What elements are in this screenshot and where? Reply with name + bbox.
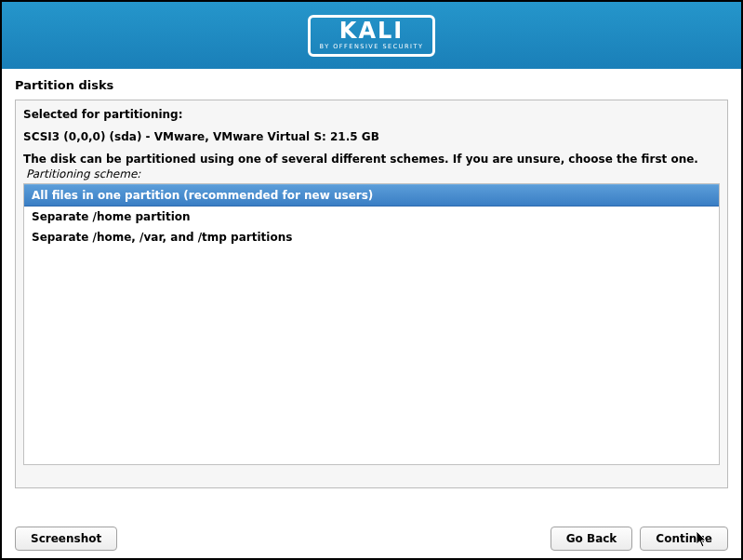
content-panel: Selected for partitioning: SCSI3 (0,0,0)… — [15, 100, 728, 488]
intro-label: Selected for partitioning: — [23, 108, 720, 121]
scheme-label: Partitioning scheme: — [26, 167, 720, 180]
header-banner: KALI BY OFFENSIVE SECURITY — [2, 2, 741, 69]
continue-button[interactable]: Continue — [640, 527, 728, 551]
kali-logo: KALI BY OFFENSIVE SECURITY — [308, 15, 436, 57]
screenshot-button[interactable]: Screenshot — [15, 527, 117, 551]
disk-info: SCSI3 (0,0,0) (sda) - VMware, VMware Vir… — [23, 130, 720, 143]
logo-sub-text: BY OFFENSIVE SECURITY — [320, 43, 424, 50]
logo-main-text: KALI — [339, 20, 404, 42]
footer-buttons: Screenshot Go Back Continue — [15, 527, 728, 551]
instructions-text: The disk can be partitioned using one of… — [23, 153, 720, 166]
go-back-button[interactable]: Go Back — [551, 527, 633, 551]
page-title: Partition disks — [2, 69, 741, 100]
scheme-option-0[interactable]: All files in one partition (recommended … — [24, 184, 719, 207]
partitioning-scheme-list[interactable]: All files in one partition (recommended … — [23, 183, 720, 465]
scheme-option-2[interactable]: Separate /home, /var, and /tmp partition… — [24, 227, 719, 247]
scheme-option-1[interactable]: Separate /home partition — [24, 207, 719, 227]
